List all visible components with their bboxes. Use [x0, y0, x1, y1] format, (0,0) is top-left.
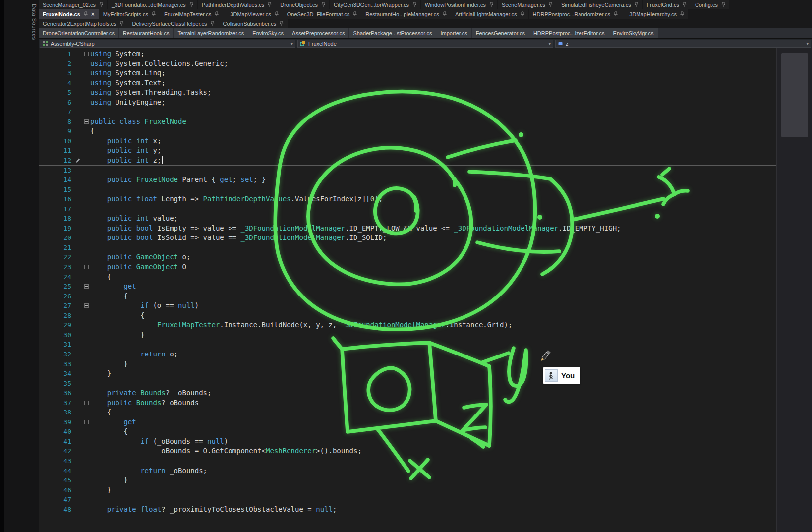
code-line-37[interactable]: 37 public Bounds? oBounds: [39, 398, 776, 408]
code-line-46[interactable]: 46 }: [39, 485, 776, 495]
code-line-8[interactable]: 8public class FruxelNode: [39, 117, 776, 127]
code-line-19[interactable]: 19 public bool IsEmpty => value >= _3DFo…: [39, 224, 776, 234]
code-line-23[interactable]: 23 public GameObject O: [39, 262, 776, 272]
code-line-21[interactable]: 21: [39, 243, 776, 253]
pin-icon[interactable]: [412, 2, 416, 7]
code-line-39[interactable]: 39 get: [39, 417, 776, 427]
pin-icon[interactable]: [120, 21, 124, 26]
tab-assetpreprocessor-cs[interactable]: AssetPreprocessor.cs: [288, 28, 348, 38]
code-line-24[interactable]: 24 {: [39, 272, 776, 282]
code-line-43[interactable]: 43: [39, 456, 776, 466]
member-dropdown[interactable]: z ▾: [555, 40, 811, 48]
scrollbar-thumb[interactable]: [781, 53, 808, 137]
code-line-2[interactable]: 2using System.Collections.Generic;: [39, 59, 776, 69]
tab-pathfinderdepthvalues-cs[interactable]: PathfinderDepthValues.cs: [198, 0, 276, 9]
tab-fencesgenerator-cs[interactable]: FencesGenerator.cs: [472, 28, 529, 38]
fold-collapse-icon[interactable]: [84, 420, 89, 424]
code-line-47[interactable]: 47: [39, 495, 776, 505]
code-line-16[interactable]: 16 public float Length => PathfinderDept…: [39, 194, 776, 204]
code-line-11[interactable]: 11 public int y;: [39, 146, 776, 156]
pin-icon[interactable]: [635, 2, 638, 7]
fold-collapse-icon[interactable]: [84, 265, 89, 269]
tab-myeditorscripts-cs[interactable]: MyEditorScripts.cs: [99, 9, 160, 19]
tab-fruxelgrid-cs[interactable]: FruxelGrid.cs: [643, 0, 691, 9]
code-line-22[interactable]: 22 public GameObject o;: [39, 252, 776, 262]
pin-icon[interactable]: [321, 2, 325, 7]
code-line-31[interactable]: 31: [39, 340, 776, 350]
tab-simulatedfisheyecamera-cs[interactable]: SimulatedFisheyeCamera.cs: [557, 0, 642, 9]
pin-icon[interactable]: [189, 2, 193, 7]
tab-importer-cs[interactable]: Importer.cs: [436, 28, 471, 38]
code-line-32[interactable]: 32 return o;: [39, 350, 776, 359]
tab-hdrppostproc-randomizer-cs[interactable]: HDRPPostproc...Randomizer.cs: [529, 9, 622, 19]
close-icon[interactable]: ×: [91, 11, 95, 17]
code-line-9[interactable]: 9{: [39, 126, 776, 136]
code-line-48[interactable]: 48 private float? _proximityToClosestObs…: [39, 505, 776, 515]
pin-icon[interactable]: [614, 11, 618, 17]
code-line-25[interactable]: 25 get: [39, 282, 776, 292]
code-line-7[interactable]: 7: [39, 107, 776, 117]
tab--3dmaphierarchy-cs[interactable]: _3DMapHierarchy.cs: [622, 9, 688, 19]
fold-collapse-icon[interactable]: [84, 401, 89, 405]
pin-icon[interactable]: [683, 2, 687, 7]
code-line-5[interactable]: 5using System.Threading.Tasks;: [39, 88, 776, 98]
pin-icon[interactable]: [215, 11, 219, 17]
pin-icon[interactable]: [280, 21, 284, 26]
tab-windowpositionfinder-cs[interactable]: WindowPositionFinder.cs: [421, 0, 497, 9]
pin-icon[interactable]: [549, 2, 553, 7]
tab-artificiallightsmanager-cs[interactable]: ArtificialLightsManager.cs: [451, 9, 528, 19]
tab--3dfoundatio-delmanager-cs[interactable]: _3DFoundatio...delManager.cs: [108, 0, 197, 9]
tab-restaurantho-plemanager-cs[interactable]: RestaurantHo...pleManager.cs: [361, 9, 451, 19]
code-line-33[interactable]: 33 }: [39, 359, 776, 369]
tab-config-cs[interactable]: Config.cs: [691, 0, 729, 9]
tab-terrainlayerrandomizer-cs[interactable]: TerrainLayerRandomizer.cs: [174, 28, 248, 38]
pin-icon[interactable]: [353, 11, 357, 17]
code-line-15[interactable]: 15: [39, 185, 776, 195]
pin-icon[interactable]: [84, 11, 88, 17]
code-line-30[interactable]: 30 }: [39, 330, 776, 340]
code-line-35[interactable]: 35: [39, 379, 776, 389]
code-line-36[interactable]: 36 private Bounds? _oBounds;: [39, 388, 776, 398]
code-line-10[interactable]: 10 public int x;: [39, 136, 776, 146]
code-line-41[interactable]: 41 if (_oBounds == null): [39, 437, 776, 447]
tab-envirosky-cs[interactable]: EnviroSky.cs: [248, 28, 288, 38]
pin-icon[interactable]: [443, 11, 447, 17]
code-line-29[interactable]: 29 FruxelMapTester.Instance.BuildNode(x,…: [39, 320, 776, 330]
tab-collisionsubscriber-cs[interactable]: CollisionSubscriber.cs: [219, 19, 288, 28]
code-line-28[interactable]: 28 {: [39, 311, 776, 321]
pin-icon[interactable]: [268, 2, 272, 7]
pin-icon[interactable]: [489, 2, 493, 7]
tab-generator2exportmaptools-cs[interactable]: Generator2ExportMapTools.cs: [39, 19, 128, 28]
pin-icon[interactable]: [721, 2, 725, 7]
tab-fruxelnode-cs[interactable]: FruxelNode.cs×: [39, 9, 99, 19]
fold-collapse-icon[interactable]: [84, 303, 89, 308]
tab-scenemanager-cs[interactable]: SceneManager.cs: [498, 0, 557, 9]
tab-citygen3dgen-torwrapper-cs[interactable]: CityGen3DGen...torWrapper.cs: [330, 0, 420, 9]
fold-collapse-icon[interactable]: [84, 119, 89, 124]
code-line-44[interactable]: 44 return _oBounds;: [39, 466, 776, 476]
tab--3dmapviewer-cs[interactable]: _3DMapViewer.cs: [223, 9, 282, 19]
code-line-18[interactable]: 18 public int value;: [39, 214, 776, 224]
code-line-4[interactable]: 4using System.Text;: [39, 78, 776, 88]
tab-hdrppostproc-izereditor-cs[interactable]: HDRPPostproc...izerEditor.cs: [529, 28, 609, 38]
class-dropdown[interactable]: FruxelNode ▾: [297, 40, 553, 48]
tab-scenemanager-02-cs[interactable]: SceneManager_02.cs: [39, 0, 107, 9]
code-line-20[interactable]: 20 public bool IsSolid => value == _3DFo…: [39, 233, 776, 243]
tab-droneobject-cs[interactable]: DroneObject.cs: [276, 0, 329, 9]
tab-fruxelmaptester-cs[interactable]: FruxelMapTester.cs: [160, 9, 223, 19]
pin-icon[interactable]: [521, 11, 524, 17]
code-line-14[interactable]: 14 public FruxelNode Parent { get; set; …: [39, 175, 776, 185]
code-line-40[interactable]: 40 {: [39, 427, 776, 437]
code-line-42[interactable]: 42 _oBounds = O.GetComponent<MeshRendere…: [39, 446, 776, 456]
pin-icon[interactable]: [275, 11, 279, 17]
code-line-13[interactable]: 13: [39, 166, 776, 176]
tab-shaderpackage-stprocessor-cs[interactable]: ShaderPackage...stProcessor.cs: [349, 28, 436, 38]
data-sources-vertical-tab[interactable]: Data Sources: [30, 0, 39, 44]
code-line-34[interactable]: 34 }: [39, 369, 776, 379]
tab-enviroskymgr-cs[interactable]: EnviroSkyMgr.cs: [609, 28, 658, 38]
pin-icon[interactable]: [152, 11, 156, 17]
code-line-38[interactable]: 38 {: [39, 408, 776, 417]
fold-collapse-icon[interactable]: [84, 284, 89, 289]
code-line-1[interactable]: 1using System;: [39, 49, 776, 59]
tab-deliverysurfaceclasshelper-cs[interactable]: DeliverySurfaceClassHelper.cs: [128, 19, 219, 28]
